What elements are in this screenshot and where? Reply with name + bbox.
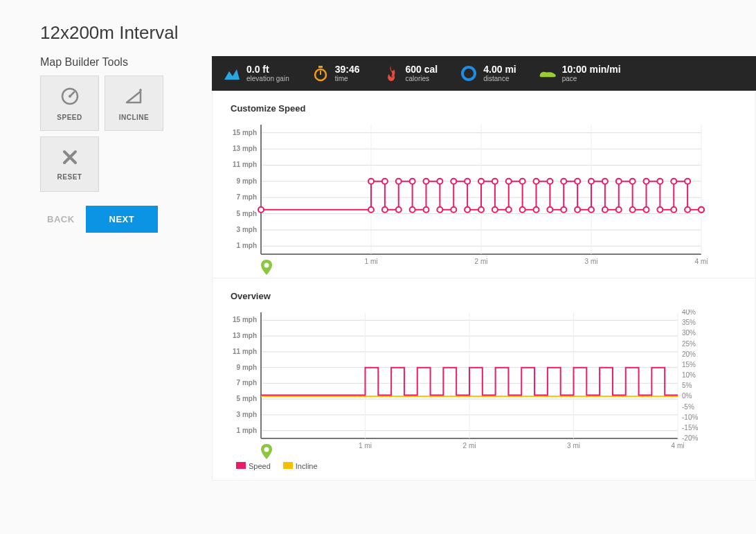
stat-calories-label: calories [406, 75, 438, 82]
customize-title: Customize Speed [231, 103, 748, 114]
svg-point-73 [630, 207, 636, 213]
svg-text:-15%: -15% [682, 424, 698, 431]
svg-point-59 [534, 179, 539, 184]
svg-text:3 mi: 3 mi [585, 258, 598, 265]
svg-text:1 mi: 1 mi [365, 258, 378, 265]
legend-incline: Incline [283, 462, 318, 470]
svg-point-43 [424, 179, 429, 184]
stat-elevation-label: elevation gain [246, 75, 289, 82]
svg-point-70 [616, 207, 622, 213]
stat-elevation-value: 0.0 ft [246, 64, 289, 75]
tools-heading: Map Builder Tools [40, 56, 186, 69]
svg-text:4 mi: 4 mi [695, 258, 708, 265]
svg-point-53 [492, 207, 498, 213]
svg-point-124 [264, 447, 269, 452]
svg-point-42 [424, 207, 429, 213]
tools-panel: Map Builder Tools SPEED INCLINE RESET [40, 56, 186, 233]
svg-point-77 [657, 207, 663, 213]
svg-point-52 [492, 179, 498, 184]
svg-text:25%: 25% [682, 340, 696, 348]
svg-point-66 [588, 207, 594, 213]
back-button[interactable]: BACK [47, 214, 75, 224]
svg-point-80 [685, 179, 690, 184]
reset-tool-button[interactable]: RESET [40, 136, 99, 192]
stat-pace-value: 10:00 min/mi [562, 64, 621, 75]
stopwatch-icon [312, 64, 330, 82]
svg-point-74 [644, 207, 649, 213]
next-button[interactable]: NEXT [86, 206, 159, 233]
svg-text:1 mi: 1 mi [359, 442, 372, 450]
svg-text:2 mi: 2 mi [463, 442, 476, 450]
ring-icon [460, 64, 478, 82]
svg-point-81 [685, 207, 690, 213]
svg-point-55 [506, 179, 512, 184]
svg-text:3 mi: 3 mi [567, 442, 580, 450]
svg-point-34 [368, 207, 374, 213]
stat-calories: 600 calcalories [382, 64, 438, 82]
svg-text:-5%: -5% [682, 403, 694, 411]
svg-point-56 [520, 179, 525, 184]
overview-legend: Speed Incline [236, 462, 748, 470]
svg-point-46 [451, 207, 456, 213]
svg-point-45 [437, 207, 442, 213]
shoe-icon [539, 64, 557, 82]
speed-tool-label: SPEED [57, 114, 82, 121]
svg-point-83 [699, 207, 704, 213]
stat-distance-label: distance [483, 75, 516, 82]
svg-point-47 [451, 179, 456, 184]
svg-point-39 [396, 179, 402, 184]
svg-text:7 mph: 7 mph [237, 194, 257, 202]
svg-point-79 [671, 179, 676, 184]
svg-point-61 [547, 207, 552, 213]
svg-point-41 [410, 207, 415, 213]
svg-point-33 [258, 207, 264, 213]
position-pin-icon[interactable] [261, 444, 272, 459]
svg-text:3 mph: 3 mph [237, 411, 257, 418]
svg-point-36 [382, 179, 388, 184]
svg-text:5%: 5% [682, 382, 692, 390]
svg-point-57 [520, 207, 525, 213]
svg-text:15 mph: 15 mph [233, 317, 257, 324]
speed-tool-button[interactable]: SPEED [40, 75, 99, 131]
elevation-icon [223, 64, 241, 82]
svg-text:30%: 30% [682, 330, 696, 337]
overview-title: Overview [231, 291, 748, 301]
incline-tool-button[interactable]: INCLINE [105, 75, 163, 131]
svg-point-50 [478, 207, 484, 213]
svg-point-51 [478, 179, 484, 184]
stat-elevation: 0.0 ftelevation gain [223, 64, 289, 82]
svg-point-6 [462, 67, 475, 80]
stat-time-value: 39:46 [335, 64, 360, 75]
svg-point-38 [396, 207, 402, 213]
svg-text:35%: 35% [682, 319, 696, 327]
legend-speed: Speed [236, 462, 271, 470]
customize-speed-chart[interactable]: 1 mph3 mph5 mph7 mph9 mph11 mph13 mph15 … [219, 122, 711, 271]
svg-text:40%: 40% [682, 310, 696, 316]
flame-icon [382, 64, 400, 82]
stat-distance: 4.00 midistance [460, 64, 516, 82]
position-pin-icon[interactable] [261, 260, 272, 275]
stat-time: 39:46time [312, 64, 360, 82]
svg-text:15 mph: 15 mph [233, 129, 257, 136]
svg-point-60 [547, 179, 552, 184]
stat-pace: 10:00 min/mipace [539, 64, 621, 82]
overview-section: Overview 1 mph3 mph5 mph7 mph9 mph11 mph… [212, 278, 756, 481]
stat-pace-label: pace [562, 75, 621, 82]
svg-text:1 mph: 1 mph [237, 427, 257, 434]
svg-point-48 [465, 179, 470, 184]
svg-text:7 mph: 7 mph [237, 380, 257, 387]
svg-point-72 [630, 179, 636, 184]
stat-calories-value: 600 cal [406, 64, 438, 75]
svg-point-78 [671, 207, 676, 213]
svg-point-49 [465, 207, 470, 213]
svg-text:11 mph: 11 mph [233, 161, 257, 169]
svg-point-40 [410, 179, 415, 184]
customize-speed-section: Customize Speed 1 mph3 mph5 mph7 mph9 mp… [212, 91, 756, 278]
incline-icon [124, 86, 145, 109]
svg-text:20%: 20% [682, 350, 696, 358]
svg-point-76 [657, 179, 663, 184]
svg-text:-10%: -10% [682, 413, 698, 421]
svg-point-35 [368, 179, 374, 184]
svg-point-58 [534, 207, 539, 213]
svg-text:5 mph: 5 mph [237, 210, 257, 217]
